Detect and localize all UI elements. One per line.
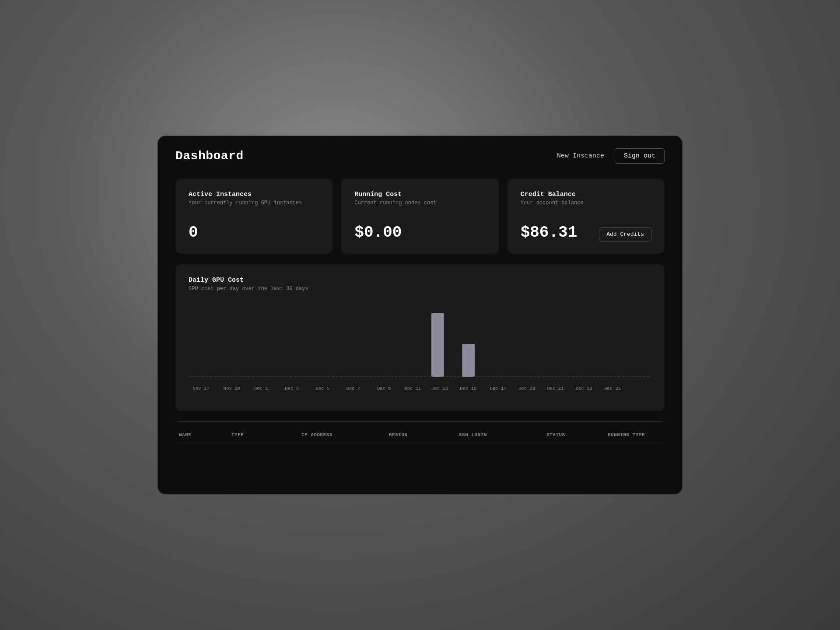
add-credits-button[interactable]: Add Credits <box>599 227 651 242</box>
svg-text:Nov 27: Nov 27 <box>193 386 210 391</box>
col-ssh: SSH LOGIN <box>455 432 543 438</box>
active-instances-title: Active Instances <box>189 191 319 198</box>
svg-rect-1 <box>431 313 444 377</box>
svg-text:Dec 9: Dec 9 <box>377 386 391 391</box>
svg-text:Dec 19: Dec 19 <box>518 386 535 391</box>
sign-out-button[interactable]: Sign out <box>615 148 665 164</box>
credit-balance-bottom: $86.31 Add Credits <box>521 215 651 242</box>
svg-text:Dec 7: Dec 7 <box>346 386 360 391</box>
running-cost-title: Running Cost <box>354 191 485 198</box>
chart-subtitle: GPU cost per day over the last 30 days <box>189 286 651 292</box>
col-name: NAME <box>175 432 228 438</box>
active-instances-subtitle: Your currently running GPU instances <box>189 200 319 206</box>
svg-text:Dec 1: Dec 1 <box>254 386 268 391</box>
credit-balance-card: Credit Balance Your account balance $86.… <box>508 178 665 254</box>
col-type: TYPE <box>228 432 298 438</box>
header-actions: New Instance Sign out <box>555 148 665 164</box>
new-instance-button[interactable]: New Instance <box>555 149 606 163</box>
credit-balance-subtitle: Your account balance <box>521 200 651 206</box>
credit-balance-value: $86.31 <box>521 224 578 242</box>
header: Dashboard New Instance Sign out <box>158 136 682 174</box>
svg-text:Dec 3: Dec 3 <box>285 386 299 391</box>
svg-text:Dec 5: Dec 5 <box>315 386 329 391</box>
col-status: STATUS <box>543 432 604 438</box>
table-header-row: NAME TYPE IP ADDRESS REGION SSH LOGIN ST… <box>175 428 665 442</box>
active-instances-value: 0 <box>189 224 319 242</box>
running-cost-subtitle: Current running nodes cost <box>354 200 485 206</box>
instances-table: NAME TYPE IP ADDRESS REGION SSH LOGIN ST… <box>175 421 665 442</box>
col-running-time: RUNNING TIME <box>604 432 682 438</box>
svg-text:Dec 15: Dec 15 <box>460 386 476 391</box>
col-ip: IP ADDRESS <box>298 432 385 438</box>
running-cost-card: Running Cost Current running nodes cost … <box>341 178 498 254</box>
svg-text:Dec 25: Dec 25 <box>604 386 621 391</box>
svg-text:Dec 13: Dec 13 <box>431 386 448 391</box>
svg-text:Nov 29: Nov 29 <box>224 386 240 391</box>
svg-text:Dec 21: Dec 21 <box>547 386 564 391</box>
chart-title: Daily GPU Cost <box>189 276 651 284</box>
chart-area: Nov 27 Nov 29 Dec 1 Dec 3 Dec 5 Dec 7 De… <box>189 302 651 399</box>
active-instances-card: Active Instances Your currently running … <box>175 178 332 254</box>
running-cost-value: $0.00 <box>354 224 485 242</box>
credit-balance-title: Credit Balance <box>521 191 651 198</box>
svg-text:Dec 11: Dec 11 <box>404 386 421 391</box>
stats-row: Active Instances Your currently running … <box>175 178 665 254</box>
page-title: Dashboard <box>175 149 244 163</box>
svg-text:Dec 23: Dec 23 <box>576 386 592 391</box>
col-region: REGION <box>385 432 455 438</box>
svg-rect-2 <box>462 344 475 377</box>
chart-card: Daily GPU Cost GPU cost per day over the… <box>175 264 665 411</box>
dashboard-window: Dashboard New Instance Sign out Active I… <box>158 136 682 494</box>
chart-svg: Nov 27 Nov 29 Dec 1 Dec 3 Dec 5 Dec 7 De… <box>189 302 651 399</box>
main-content: Active Instances Your currently running … <box>158 174 682 442</box>
svg-text:Dec 17: Dec 17 <box>490 386 507 391</box>
